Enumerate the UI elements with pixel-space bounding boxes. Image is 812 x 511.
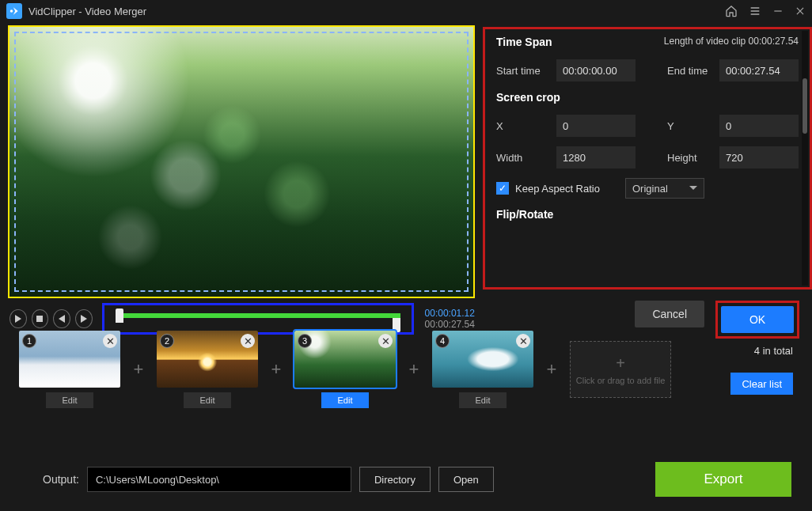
settings-panel: Time Span Length of video clip 00:00:27.… — [483, 27, 812, 290]
crop-width-input[interactable] — [556, 146, 636, 168]
crop-height-label: Height — [667, 152, 711, 164]
clip-thumbnail[interactable]: 1 ✕ — [19, 331, 120, 388]
clip-delete-icon[interactable]: ✕ — [241, 334, 255, 348]
clip-number-badge: 4 — [435, 334, 450, 348]
app-title: VidClipper - Video Merger — [28, 6, 146, 17]
chevron-down-icon — [689, 184, 697, 192]
play-button[interactable] — [9, 309, 27, 328]
clip-edit-button[interactable]: Edit — [184, 392, 231, 408]
clip-delete-icon[interactable]: ✕ — [516, 334, 530, 348]
menu-icon[interactable] — [749, 5, 761, 17]
video-preview[interactable] — [8, 25, 475, 298]
cancel-button[interactable]: Cancel — [635, 301, 704, 327]
trim-timeline[interactable] — [102, 303, 414, 335]
app-icon — [6, 3, 22, 19]
timecode-display: 00:00:01.12 00:00:27.54 — [425, 308, 475, 330]
close-icon[interactable] — [795, 6, 806, 17]
directory-button[interactable]: Directory — [359, 467, 431, 492]
open-button[interactable]: Open — [438, 467, 494, 492]
output-path-input[interactable] — [87, 467, 351, 492]
clear-list-button[interactable]: Clear list — [730, 373, 793, 395]
crop-y-label: Y — [667, 120, 711, 132]
aspect-ratio-select[interactable]: Original — [625, 178, 704, 199]
crop-heading: Screen crop — [496, 91, 799, 104]
crop-y-input[interactable] — [719, 115, 799, 137]
plus-icon: + — [396, 359, 432, 380]
output-label: Output: — [43, 473, 79, 486]
end-time-label: End time — [667, 65, 711, 77]
clip-number-badge: 1 — [22, 334, 36, 348]
clip-delete-icon[interactable]: ✕ — [378, 334, 393, 348]
ok-button[interactable]: OK — [721, 306, 794, 333]
svg-point-0 — [10, 9, 13, 13]
clip-length-label: Length of video clip 00:00:27.54 — [664, 36, 799, 47]
clip-delete-icon[interactable]: ✕ — [103, 334, 117, 348]
clip-edit-button[interactable]: Edit — [459, 392, 507, 408]
clip-edit-button[interactable]: Edit — [321, 392, 369, 408]
clip-count: 4 in total — [754, 345, 793, 357]
plus-icon: + — [120, 359, 157, 380]
stop-button[interactable] — [32, 309, 49, 328]
plus-icon: + — [258, 359, 294, 380]
title-bar: VidClipper - Video Merger — [0, 0, 812, 22]
plus-icon: + — [533, 359, 570, 380]
next-frame-button[interactable] — [75, 309, 93, 328]
flip-heading: Flip/Rotate — [496, 208, 799, 221]
crop-width-label: Width — [496, 152, 548, 164]
home-icon[interactable] — [725, 5, 738, 17]
clip-number-badge: 3 — [298, 334, 312, 348]
crop-height-input[interactable] — [719, 146, 799, 168]
clip-thumbnail[interactable]: 4 ✕ — [432, 331, 533, 388]
start-time-input[interactable] — [556, 59, 636, 81]
trim-handle-start[interactable] — [116, 308, 123, 323]
clip-edit-button[interactable]: Edit — [46, 392, 93, 408]
minimize-icon[interactable] — [772, 6, 784, 17]
add-file-tile[interactable]: + Click or drag to add file — [570, 341, 671, 398]
keep-aspect-checkbox[interactable]: ✓ Keep Aspect Ratio — [496, 182, 600, 195]
clip-thumbnail[interactable]: 3 ✕ — [294, 331, 396, 388]
export-button[interactable]: Export — [655, 462, 791, 497]
prev-frame-button[interactable] — [53, 309, 70, 328]
settings-scrollbar[interactable] — [802, 31, 808, 286]
clip-thumbnail[interactable]: 2 ✕ — [157, 331, 258, 388]
end-time-input[interactable] — [719, 59, 799, 81]
svg-rect-1 — [36, 316, 43, 322]
crop-x-input[interactable] — [556, 115, 636, 137]
clip-number-badge: 2 — [160, 334, 174, 348]
start-time-label: Start time — [496, 65, 548, 77]
crop-x-label: X — [496, 120, 548, 132]
